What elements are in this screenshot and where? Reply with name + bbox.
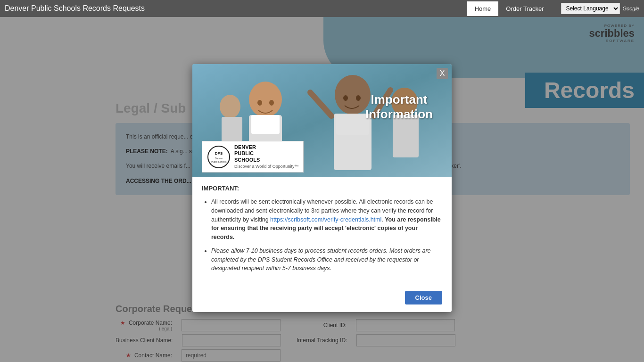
modal-close-button[interactable]: Close <box>405 291 442 304</box>
svg-text:DPS: DPS <box>215 151 223 156</box>
dps-logo-text: DENVER PUBLIC SCHOOLS Discover a World o… <box>234 144 298 169</box>
language-select[interactable]: Select Language <box>561 3 620 14</box>
modal-footer: Close <box>192 287 452 312</box>
site-header: Denver Public Schools Records Requests H… <box>0 0 644 17</box>
svg-point-11 <box>343 95 348 101</box>
dps-logo-icon: DPS Denver Public Schools <box>207 145 231 169</box>
modal-bullet-list: All records will be sent electronically … <box>202 197 442 273</box>
svg-text:Denver: Denver <box>215 157 223 160</box>
nav-order-tracker[interactable]: Order Tracker <box>498 1 551 16</box>
dps-logo: DPS Denver Public Schools DENVER PUBLIC … <box>202 141 304 173</box>
svg-text:Public Schools: Public Schools <box>211 160 227 163</box>
modal-close-x-button[interactable]: X <box>437 68 448 79</box>
google-label: Google <box>623 6 639 11</box>
svg-point-12 <box>356 95 361 101</box>
main-nav: Home Order Tracker <box>467 1 552 16</box>
modal-title: ImportantInformation <box>365 92 433 122</box>
modal-bullet-2: Please allow 7-10 business days to proce… <box>211 247 442 273</box>
main-content: POWERED BY scribbles SOFTWARE Records Le… <box>0 17 644 362</box>
verify-link[interactable]: https://scribsoft.com/verify-credentials… <box>270 216 381 223</box>
svg-point-5 <box>269 100 274 106</box>
nav-home[interactable]: Home <box>467 1 499 16</box>
svg-point-15 <box>220 95 240 118</box>
modal-image-area: ImportantInformation DPS Denver Public S… <box>192 64 452 177</box>
modal-overlay: ImportantInformation DPS Denver Public S… <box>0 17 644 362</box>
translate-area: Select Language Google <box>561 3 639 14</box>
svg-point-1 <box>249 82 282 117</box>
svg-point-4 <box>257 100 262 106</box>
modal-body: IMPORTANT: All records will be sent elec… <box>192 177 452 287</box>
important-info-modal: ImportantInformation DPS Denver Public S… <box>192 64 452 312</box>
site-title: Denver Public Schools Records Requests <box>5 4 467 13</box>
modal-important-label: IMPORTANT: <box>202 185 442 192</box>
modal-bullet-1: All records will be sent electronically … <box>211 197 442 242</box>
svg-rect-3 <box>251 115 280 134</box>
svg-rect-8 <box>336 114 369 135</box>
